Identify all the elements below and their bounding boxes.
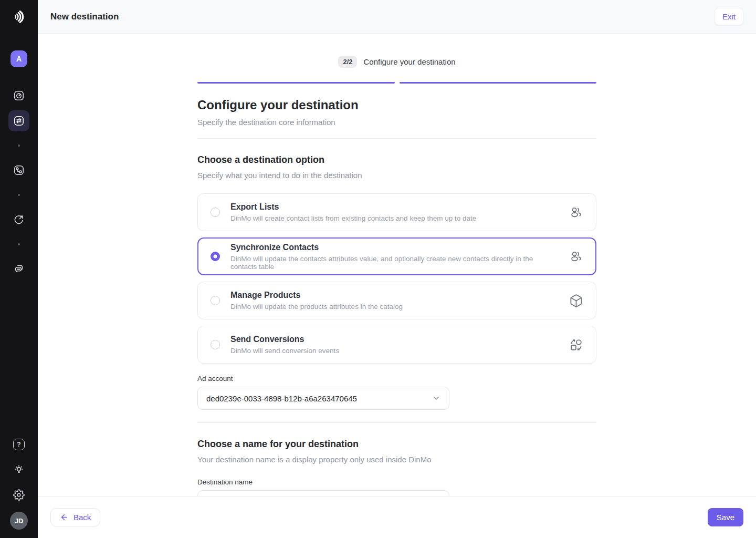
divider xyxy=(197,138,596,139)
save-button[interactable]: Save xyxy=(708,508,743,526)
option-description: DinMo will update the contacts attribute… xyxy=(230,255,559,271)
main-panel: New destination Exit 2/2 Configure your … xyxy=(38,0,756,538)
divider xyxy=(197,422,596,423)
workspace-avatar[interactable]: A xyxy=(10,50,27,67)
option-title: Send Conversions xyxy=(230,335,559,344)
footer-bar: Back Save xyxy=(38,496,756,538)
destination-option-list: Export Lists DinMo will create contact l… xyxy=(197,193,596,364)
destination-name-label: Destination name xyxy=(197,478,596,486)
ad-account-value: ded0239e-0033-4898-b12b-a6a263470645 xyxy=(206,394,432,403)
ad-account-select[interactable]: ded0239e-0033-4898-b12b-a6a263470645 xyxy=(197,387,449,410)
arrow-left-icon xyxy=(60,513,69,522)
option-text: Synchronize Contacts DinMo will update t… xyxy=(230,243,559,271)
ad-account-label: Ad account xyxy=(197,375,596,382)
idea-bulb-icon xyxy=(13,464,25,475)
option-card-export-lists[interactable]: Export Lists DinMo will create contact l… xyxy=(197,193,596,231)
option-description: DinMo will create contact lists from exi… xyxy=(230,214,559,222)
step-label: Configure your destination xyxy=(363,57,455,66)
name-heading: Choose a name for your destination xyxy=(197,438,596,450)
option-card-send-conversions[interactable]: Send Conversions DinMo will send convers… xyxy=(197,326,596,364)
option-title: Synchronize Contacts xyxy=(230,243,559,252)
content-area: 2/2 Configure your destination Configure… xyxy=(38,34,756,496)
option-description: DinMo will update the products attribute… xyxy=(230,303,559,311)
user-avatar[interactable]: JD xyxy=(10,512,28,530)
clock-gauge-icon xyxy=(13,90,25,101)
users-icon xyxy=(569,250,583,264)
option-title: Manage Products xyxy=(230,291,559,300)
option-text: Export Lists DinMo will create contact l… xyxy=(230,202,559,222)
radio-button-selected[interactable] xyxy=(211,252,220,261)
name-subheading: Your destination name is a display prope… xyxy=(197,454,596,464)
page-title: New destination xyxy=(50,12,119,22)
radio-button[interactable] xyxy=(211,340,220,349)
topbar: New destination Exit xyxy=(38,0,756,34)
stepper: 2/2 Configure your destination xyxy=(197,55,596,68)
sidebar-item-messages[interactable] xyxy=(8,258,29,280)
destination-name-input[interactable] xyxy=(197,490,449,496)
option-text: Manage Products DinMo will update the pr… xyxy=(230,291,559,311)
section-subheading: Specify the destination core information xyxy=(197,117,596,127)
step-count-badge: 2/2 xyxy=(338,56,357,68)
option-card-manage-products[interactable]: Manage Products DinMo will update the pr… xyxy=(197,282,596,319)
sidebar-item-ideas[interactable] xyxy=(8,459,29,480)
sidebar-item-journeys[interactable] xyxy=(8,160,29,181)
option-description: DinMo will send conversion events xyxy=(230,347,559,355)
chevron-down-icon xyxy=(432,394,440,402)
settings-gear-icon xyxy=(13,489,25,501)
help-icon: ? xyxy=(13,439,25,450)
sidebar-separator-dot xyxy=(18,243,20,245)
sidebar: A xyxy=(0,0,38,538)
back-button-label: Back xyxy=(74,513,91,522)
package-box-icon xyxy=(569,294,583,308)
sidebar-separator-dot xyxy=(18,144,20,147)
sidebar-item-activations[interactable] xyxy=(8,209,29,230)
sidebar-separator-dot xyxy=(18,194,20,196)
sidebar-bottom: ? JD xyxy=(8,434,29,538)
radio-button[interactable] xyxy=(211,208,220,217)
dinmo-logo-icon xyxy=(10,8,27,25)
back-button[interactable]: Back xyxy=(50,508,100,526)
exit-button[interactable]: Exit xyxy=(715,8,743,25)
destinations-sync-icon xyxy=(13,115,25,127)
sidebar-item-settings[interactable] xyxy=(8,484,29,505)
options-heading: Choose a destination option xyxy=(197,154,596,166)
option-text: Send Conversions DinMo will send convers… xyxy=(230,335,559,355)
activation-refresh-icon xyxy=(13,214,25,225)
sidebar-item-destinations[interactable] xyxy=(8,110,29,131)
users-icon xyxy=(569,205,583,220)
chat-icon xyxy=(13,263,25,275)
radio-button[interactable] xyxy=(211,296,220,305)
section-heading: Configure your destination xyxy=(197,97,596,113)
app-logo[interactable] xyxy=(0,0,38,34)
option-card-synchronize-contacts[interactable]: Synchronize Contacts DinMo will update t… xyxy=(197,237,596,275)
progress-bar xyxy=(197,82,596,84)
options-subheading: Specify what you intend to do in the des… xyxy=(197,170,596,180)
sidebar-item-monitoring[interactable] xyxy=(8,85,29,106)
progress-segment-2 xyxy=(400,82,597,84)
option-title: Export Lists xyxy=(230,202,559,212)
transform-shapes-icon xyxy=(569,338,583,352)
progress-segment-1 xyxy=(197,82,395,84)
journey-branch-icon xyxy=(13,164,25,176)
sidebar-item-help[interactable]: ? xyxy=(8,434,29,455)
